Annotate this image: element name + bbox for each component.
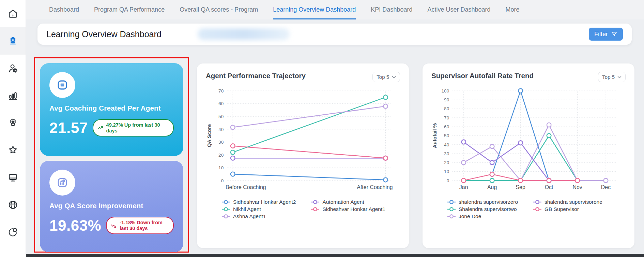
tab-learning-overview-dashboard[interactable]: Learning Overview Dashboard: [273, 0, 356, 19]
svg-text:20: 20: [444, 160, 449, 165]
legend-marker-icon: [447, 200, 456, 204]
sidebar-item-pie-chart[interactable]: [0, 218, 26, 246]
line-chart: 010203040506070Before CoachingAfter Coac…: [206, 84, 400, 197]
page-title: Learning Overview Dashboard: [46, 29, 162, 39]
legend-item[interactable]: Jone Doe: [447, 213, 518, 219]
legend-item[interactable]: shalendra supervisorone: [533, 199, 602, 205]
svg-text:Autofail %: Autofail %: [432, 123, 438, 148]
legend-label: GB Supervisor: [545, 206, 579, 212]
home-icon: [7, 8, 18, 19]
legend-item[interactable]: shalendra supervisorzero: [447, 199, 518, 205]
filter-button[interactable]: Filter: [589, 28, 623, 41]
svg-text:10: 10: [444, 169, 449, 174]
svg-text:Jan: Jan: [459, 184, 468, 190]
svg-text:80: 80: [444, 106, 449, 112]
globe-icon: [7, 199, 18, 210]
stat-title: Avg QA Score Improvement: [49, 202, 174, 210]
stat-value: 19.63%: [49, 217, 101, 234]
legend-item[interactable]: Ashna Agent1: [221, 213, 296, 219]
legend-item[interactable]: Automation Agent: [311, 199, 385, 205]
tab-more[interactable]: More: [506, 0, 520, 19]
top5-label: Top 5: [377, 74, 389, 80]
badge-icon: [7, 117, 18, 128]
svg-text:0: 0: [447, 178, 449, 183]
chart-card-supervisor-autofail: Supervisor Autofail Rate Trend Top 5 010…: [423, 63, 634, 248]
svg-text:70: 70: [444, 115, 449, 120]
user-settings-icon: [7, 63, 18, 74]
legend-marker-icon: [447, 214, 456, 219]
stat-icon-circle: [49, 170, 75, 196]
svg-text:90: 90: [444, 97, 449, 102]
chart-legend: Sidheshvar Honkar Agent2Nikhil AgentAshn…: [221, 199, 385, 219]
svg-text:60: 60: [444, 124, 449, 129]
chart-legend: shalendra supervisorzeroShalendra superv…: [447, 199, 602, 219]
svg-text:After Coaching: After Coaching: [357, 184, 393, 190]
legend-label: Automation Agent: [322, 199, 364, 205]
legend-marker-icon: [221, 214, 230, 219]
sidebar-item-bar-chart[interactable]: [0, 82, 26, 109]
sidebar: [0, 0, 26, 257]
tab-active-user-dashboard[interactable]: Active User Dashboard: [427, 0, 490, 19]
svg-text:100: 100: [442, 88, 449, 94]
svg-text:70: 70: [218, 88, 224, 94]
legend-label: Shalendra supervisortwo: [459, 206, 517, 212]
legend-marker-icon: [447, 207, 456, 212]
legend-label: shalendra supervisorzero: [459, 199, 518, 205]
legend-item[interactable]: GB Supervisor: [533, 206, 602, 212]
monitor-icon: [7, 172, 18, 183]
svg-text:40: 40: [218, 127, 224, 132]
trend-badge-label: -1.18% Down from last 30 days: [120, 220, 169, 231]
stat-card-avg-coaching: Avg Coaching Created Per Agent 21.57 49.…: [40, 63, 183, 156]
legend-item[interactable]: Sidheshvar Honkar Agent2: [221, 199, 296, 205]
legend-item[interactable]: Nikhil Agent: [221, 206, 296, 212]
tab-kpi-dashboard[interactable]: KPI Dashboard: [371, 0, 412, 19]
trend-up-icon: [97, 125, 104, 131]
sidebar-item-qa-shield[interactable]: [0, 27, 26, 55]
legend-item[interactable]: Sidheshvar Honkar Agent1: [311, 206, 385, 212]
svg-text:Before Coaching: Before Coaching: [226, 184, 266, 190]
svg-text:Dec: Dec: [601, 184, 611, 190]
sidebar-item-badge[interactable]: [0, 109, 26, 137]
qa-shield-icon: [7, 35, 18, 46]
svg-text:Aug: Aug: [487, 184, 497, 190]
pie-chart-icon: [7, 227, 18, 238]
top5-label: Top 5: [602, 74, 615, 80]
sidebar-item-star[interactable]: [0, 137, 26, 164]
coaching-note-icon: [56, 78, 69, 91]
top-nav: DashboardProgram QA PerformanceOverall Q…: [26, 0, 644, 19]
legend-label: Ashna Agent1: [233, 213, 266, 219]
legend-label: Sidheshvar Honkar Agent1: [322, 206, 385, 212]
trend-badge: -1.18% Down from last 30 days: [106, 217, 174, 234]
svg-text:30: 30: [444, 151, 449, 156]
chart-title: Agent Performance Trajectory: [206, 72, 306, 80]
score-growth-icon: [56, 176, 69, 189]
line-chart: 0102030405060708090100JanAugSepOctNovDec…: [431, 84, 626, 197]
bar-chart-icon: [7, 90, 18, 101]
svg-text:30: 30: [218, 140, 224, 145]
svg-text:Nov: Nov: [572, 184, 582, 190]
trend-down-icon: [110, 222, 117, 229]
top5-dropdown[interactable]: Top 5: [598, 72, 626, 82]
chevron-down-icon: [617, 75, 622, 79]
legend-item[interactable]: Shalendra supervisortwo: [447, 206, 518, 212]
legend-label: Sidheshvar Honkar Agent2: [233, 199, 296, 205]
svg-text:Sep: Sep: [516, 184, 525, 190]
tab-dashboard[interactable]: Dashboard: [49, 0, 79, 19]
trend-badge: 49.27% Up from last 30 days: [93, 119, 174, 137]
sidebar-item-globe[interactable]: [0, 191, 26, 218]
top5-dropdown[interactable]: Top 5: [372, 72, 400, 82]
trend-badge-label: 49.27% Up from last 30 days: [106, 122, 169, 133]
svg-text:50: 50: [218, 114, 224, 119]
svg-text:50: 50: [444, 133, 449, 138]
chart-card-agent-performance: Agent Performance Trajectory Top 5 01020…: [197, 63, 409, 248]
sidebar-item-home[interactable]: [0, 0, 26, 27]
legend-marker-icon: [533, 200, 542, 204]
legend-marker-icon: [221, 207, 230, 212]
sidebar-item-monitor[interactable]: [0, 164, 26, 191]
sidebar-item-user-settings[interactable]: [0, 55, 26, 82]
tab-overall-qa-scores-program[interactable]: Overall QA scores - Program: [180, 0, 258, 19]
svg-text:Oct: Oct: [545, 184, 553, 190]
tab-program-qa-performance[interactable]: Program QA Performance: [94, 0, 165, 19]
legend-marker-icon: [533, 207, 542, 212]
legend-marker-icon: [311, 200, 320, 204]
